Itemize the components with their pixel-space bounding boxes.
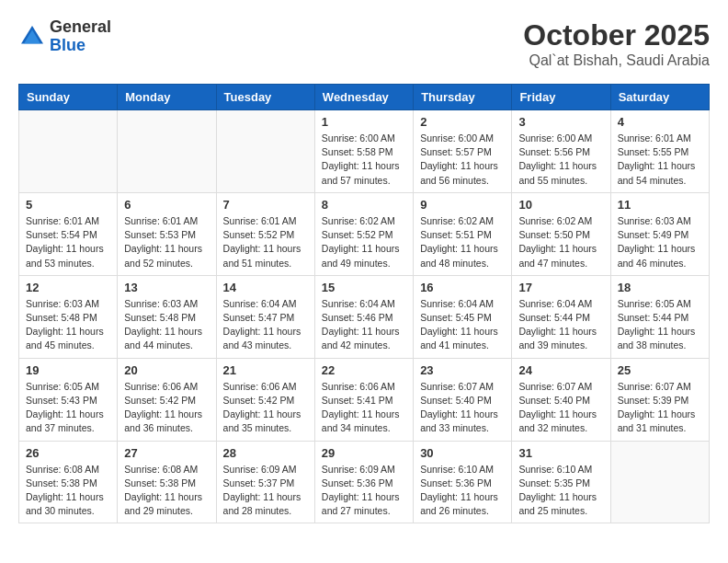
day-info: Sunrise: 6:02 AMSunset: 5:52 PMDaylight:… xyxy=(322,214,406,270)
day-number: 22 xyxy=(322,363,406,377)
day-number: 14 xyxy=(223,281,308,294)
day-number: 19 xyxy=(26,363,110,377)
day-info: Sunrise: 6:02 AMSunset: 5:50 PMDaylight:… xyxy=(518,214,603,270)
column-header-monday: Monday xyxy=(118,85,216,110)
calendar-cell: 27Sunrise: 6:08 AMSunset: 5:38 PMDayligh… xyxy=(118,441,216,523)
day-number: 16 xyxy=(420,281,505,294)
calendar-cell: 11Sunrise: 6:03 AMSunset: 5:49 PMDayligh… xyxy=(610,192,709,275)
day-number: 28 xyxy=(223,446,308,460)
day-info: Sunrise: 6:03 AMSunset: 5:48 PMDaylight:… xyxy=(26,297,110,353)
day-info: Sunrise: 6:02 AMSunset: 5:51 PMDaylight:… xyxy=(420,214,505,270)
title-block: October 2025 Qal`at Bishah, Saudi Arabia xyxy=(523,18,710,69)
day-info: Sunrise: 6:06 AMSunset: 5:41 PMDaylight:… xyxy=(322,380,406,436)
day-info: Sunrise: 6:03 AMSunset: 5:48 PMDaylight:… xyxy=(124,297,209,353)
logo-icon xyxy=(18,23,46,51)
calendar-cell: 31Sunrise: 6:10 AMSunset: 5:35 PMDayligh… xyxy=(512,441,610,523)
calendar-cell: 24Sunrise: 6:07 AMSunset: 5:40 PMDayligh… xyxy=(512,358,610,441)
day-number: 8 xyxy=(322,198,406,212)
day-number: 11 xyxy=(618,198,702,212)
calendar-cell: 14Sunrise: 6:04 AMSunset: 5:47 PMDayligh… xyxy=(216,275,314,358)
day-number: 18 xyxy=(618,281,702,294)
day-info: Sunrise: 6:06 AMSunset: 5:42 PMDaylight:… xyxy=(124,380,209,436)
day-info: Sunrise: 6:01 AMSunset: 5:52 PMDaylight:… xyxy=(223,214,308,270)
day-number: 15 xyxy=(322,281,406,294)
column-header-saturday: Saturday xyxy=(610,85,709,110)
calendar-cell: 15Sunrise: 6:04 AMSunset: 5:46 PMDayligh… xyxy=(314,275,413,358)
day-number: 25 xyxy=(618,363,702,377)
day-info: Sunrise: 6:04 AMSunset: 5:44 PMDaylight:… xyxy=(518,297,603,353)
day-info: Sunrise: 6:07 AMSunset: 5:40 PMDaylight:… xyxy=(420,380,505,436)
calendar-cell: 23Sunrise: 6:07 AMSunset: 5:40 PMDayligh… xyxy=(414,358,512,441)
calendar-cell: 3Sunrise: 6:00 AMSunset: 5:56 PMDaylight… xyxy=(512,110,610,193)
calendar-cell xyxy=(118,110,216,193)
calendar-cell xyxy=(610,441,709,523)
day-number: 17 xyxy=(518,281,603,294)
day-number: 30 xyxy=(420,446,505,460)
day-number: 20 xyxy=(124,363,209,377)
calendar-cell: 20Sunrise: 6:06 AMSunset: 5:42 PMDayligh… xyxy=(118,358,216,441)
calendar-cell: 8Sunrise: 6:02 AMSunset: 5:52 PMDaylight… xyxy=(314,192,413,275)
calendar-cell: 2Sunrise: 6:00 AMSunset: 5:57 PMDaylight… xyxy=(414,110,512,193)
calendar-cell: 28Sunrise: 6:09 AMSunset: 5:37 PMDayligh… xyxy=(216,441,314,523)
day-info: Sunrise: 6:00 AMSunset: 5:56 PMDaylight:… xyxy=(518,132,603,188)
column-header-friday: Friday xyxy=(512,85,610,110)
calendar-cell: 1Sunrise: 6:00 AMSunset: 5:58 PMDaylight… xyxy=(314,110,413,193)
day-number: 31 xyxy=(518,446,603,460)
calendar-cell: 30Sunrise: 6:10 AMSunset: 5:36 PMDayligh… xyxy=(414,441,512,523)
day-info: Sunrise: 6:10 AMSunset: 5:36 PMDaylight:… xyxy=(420,463,505,519)
calendar-header-row: SundayMondayTuesdayWednesdayThursdayFrid… xyxy=(19,85,710,110)
day-number: 26 xyxy=(26,446,110,460)
column-header-sunday: Sunday xyxy=(19,85,118,110)
day-number: 13 xyxy=(124,281,209,294)
week-row-2: 5Sunrise: 6:01 AMSunset: 5:54 PMDaylight… xyxy=(19,192,710,275)
calendar-cell: 29Sunrise: 6:09 AMSunset: 5:36 PMDayligh… xyxy=(314,441,413,523)
calendar-cell: 19Sunrise: 6:05 AMSunset: 5:43 PMDayligh… xyxy=(19,358,118,441)
calendar-table: SundayMondayTuesdayWednesdayThursdayFrid… xyxy=(18,84,710,523)
day-info: Sunrise: 6:08 AMSunset: 5:38 PMDaylight:… xyxy=(26,463,110,519)
column-header-wednesday: Wednesday xyxy=(314,85,413,110)
calendar-cell: 7Sunrise: 6:01 AMSunset: 5:52 PMDaylight… xyxy=(216,192,314,275)
day-info: Sunrise: 6:07 AMSunset: 5:40 PMDaylight:… xyxy=(518,380,603,436)
calendar-cell xyxy=(19,110,118,193)
day-number: 29 xyxy=(322,446,406,460)
column-header-tuesday: Tuesday xyxy=(216,85,314,110)
day-number: 4 xyxy=(618,115,702,129)
column-header-thursday: Thursday xyxy=(414,85,512,110)
day-info: Sunrise: 6:01 AMSunset: 5:55 PMDaylight:… xyxy=(618,132,702,188)
calendar-cell: 21Sunrise: 6:06 AMSunset: 5:42 PMDayligh… xyxy=(216,358,314,441)
calendar-cell: 26Sunrise: 6:08 AMSunset: 5:38 PMDayligh… xyxy=(19,441,118,523)
calendar-cell: 17Sunrise: 6:04 AMSunset: 5:44 PMDayligh… xyxy=(512,275,610,358)
day-info: Sunrise: 6:03 AMSunset: 5:49 PMDaylight:… xyxy=(618,214,702,270)
day-info: Sunrise: 6:06 AMSunset: 5:42 PMDaylight:… xyxy=(223,380,308,436)
day-number: 21 xyxy=(223,363,308,377)
day-info: Sunrise: 6:00 AMSunset: 5:58 PMDaylight:… xyxy=(322,132,406,188)
day-number: 10 xyxy=(518,198,603,212)
day-number: 5 xyxy=(26,198,110,212)
week-row-5: 26Sunrise: 6:08 AMSunset: 5:38 PMDayligh… xyxy=(19,441,710,523)
day-number: 1 xyxy=(322,115,406,129)
day-number: 3 xyxy=(518,115,603,129)
month-title: October 2025 xyxy=(523,18,710,52)
day-number: 23 xyxy=(420,363,505,377)
calendar-cell: 10Sunrise: 6:02 AMSunset: 5:50 PMDayligh… xyxy=(512,192,610,275)
day-number: 27 xyxy=(124,446,209,460)
day-number: 9 xyxy=(420,198,505,212)
calendar-cell: 5Sunrise: 6:01 AMSunset: 5:54 PMDaylight… xyxy=(19,192,118,275)
calendar-cell: 16Sunrise: 6:04 AMSunset: 5:45 PMDayligh… xyxy=(414,275,512,358)
calendar-cell: 4Sunrise: 6:01 AMSunset: 5:55 PMDaylight… xyxy=(610,110,709,193)
calendar-cell: 25Sunrise: 6:07 AMSunset: 5:39 PMDayligh… xyxy=(610,358,709,441)
day-info: Sunrise: 6:04 AMSunset: 5:45 PMDaylight:… xyxy=(420,297,505,353)
day-info: Sunrise: 6:10 AMSunset: 5:35 PMDaylight:… xyxy=(518,463,603,519)
calendar-cell xyxy=(216,110,314,193)
day-info: Sunrise: 6:04 AMSunset: 5:46 PMDaylight:… xyxy=(322,297,406,353)
day-info: Sunrise: 6:01 AMSunset: 5:54 PMDaylight:… xyxy=(26,214,110,270)
day-number: 7 xyxy=(223,198,308,212)
calendar-cell: 18Sunrise: 6:05 AMSunset: 5:44 PMDayligh… xyxy=(610,275,709,358)
logo-general-text: General xyxy=(50,18,111,37)
day-info: Sunrise: 6:05 AMSunset: 5:43 PMDaylight:… xyxy=(26,380,110,436)
day-info: Sunrise: 6:08 AMSunset: 5:38 PMDaylight:… xyxy=(124,463,209,519)
day-info: Sunrise: 6:09 AMSunset: 5:36 PMDaylight:… xyxy=(322,463,406,519)
calendar-cell: 9Sunrise: 6:02 AMSunset: 5:51 PMDaylight… xyxy=(414,192,512,275)
calendar-cell: 12Sunrise: 6:03 AMSunset: 5:48 PMDayligh… xyxy=(19,275,118,358)
day-info: Sunrise: 6:05 AMSunset: 5:44 PMDaylight:… xyxy=(618,297,702,353)
